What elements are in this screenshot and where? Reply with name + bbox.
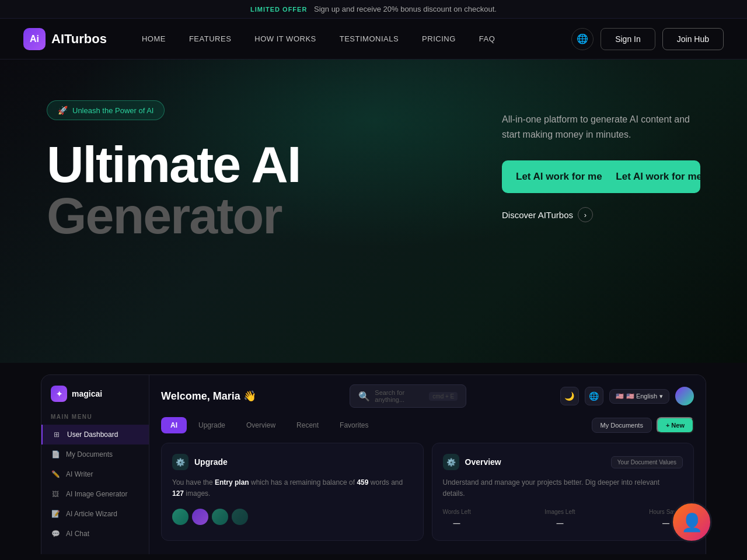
tabs-left: AI Upgrade Overview Recent Favorites <box>161 417 378 433</box>
top-banner: LIMITED OFFER Sign up and receive 20% bo… <box>0 0 747 19</box>
sidebar-item-user-dashboard[interactable]: ⊞ User Dashboard <box>41 425 149 444</box>
words-left-value: — <box>443 518 471 529</box>
sidebar-menu-label: MAIN MENU <box>41 414 149 425</box>
upgrade-icon: ⚙️ <box>172 454 189 470</box>
dot-2 <box>192 509 208 525</box>
my-documents-button[interactable]: My Documents <box>592 418 652 433</box>
images-left-stat: Images Left — <box>544 508 575 529</box>
overview-stats: Words Left — Images Left — Hours Saved — <box>443 508 683 529</box>
floating-avatar: 👤 <box>671 502 712 542</box>
nav-links: HOME FEATURES HOW IT WORKS TESTIMONIALS … <box>142 34 571 43</box>
joinhub-button[interactable]: Join Hub <box>662 28 724 50</box>
dot-4 <box>232 509 248 525</box>
images-left-label: Images Left <box>544 508 575 517</box>
dashboard-preview: ✦ magicai MAIN MENU ⊞ User Dashboard 📄 M… <box>0 363 747 554</box>
cta-marquee-text: Let AI work for me Let AI work for me Le… <box>516 171 700 183</box>
document-values-button[interactable]: Your Document Values <box>611 456 683 468</box>
cta-button[interactable]: Let AI work for me Let AI work for me Le… <box>502 160 700 193</box>
tab-favorites[interactable]: Favorites <box>330 417 378 433</box>
sidebar-item-label: AI Writer <box>66 470 93 478</box>
chevron-right-icon: › <box>578 207 593 222</box>
language-selector[interactable]: 🇺🇸 🇺🇸 English ▾ <box>609 389 669 404</box>
sidebar-item-ai-writer[interactable]: ✏️ AI Writer <box>41 464 149 484</box>
banner-message: Sign up and receive 20% bonus discount o… <box>314 5 497 13</box>
overview-card: ⚙️ Overview Your Document Values Underst… <box>432 443 694 541</box>
sidebar-item-label: AI Chat <box>66 530 89 538</box>
search-shortcut: cmd + E <box>429 392 458 401</box>
upgrade-card-title: Upgrade <box>194 457 228 467</box>
dashboard-main: Welcome, Maria 👋 🔍 Search for anything..… <box>149 375 706 554</box>
ai-chat-icon: 💬 <box>51 529 60 538</box>
dashboard-icon: ⊞ <box>52 430 61 439</box>
sidebar-item-label: My Documents <box>66 450 113 459</box>
search-placeholder: Search for anything... <box>375 389 424 403</box>
dot-1 <box>172 509 189 525</box>
dot-3 <box>212 509 228 525</box>
sidebar-item-label: User Dashboard <box>67 430 118 439</box>
discover-link[interactable]: Discover AITurbos › <box>502 207 700 222</box>
discover-text: Discover AITurbos <box>502 210 573 220</box>
nav-features[interactable]: FEATURES <box>189 34 231 43</box>
documents-icon: 📄 <box>51 450 60 459</box>
nav-testimonials[interactable]: TESTIMONIALS <box>340 34 399 43</box>
sidebar-item-label: AI Article Wizard <box>66 510 117 518</box>
sidebar-item-my-documents[interactable]: 📄 My Documents <box>41 444 149 464</box>
sidebar-item-ai-article-wizard[interactable]: 📝 AI Article Wizard <box>41 504 149 524</box>
images-left-value: — <box>544 518 575 529</box>
flag-icon: 🇺🇸 <box>616 393 624 400</box>
ai-writer-icon: ✏️ <box>51 470 60 479</box>
sidebar-item-ai-image-generator[interactable]: 🖼 AI Image Generator <box>41 484 149 504</box>
hero-section: 🚀 Unleash the Power of AI Ultimate AI Ge… <box>0 60 747 363</box>
nav-how-it-works[interactable]: HOW IT WORKS <box>254 34 316 43</box>
tab-ai[interactable]: AI <box>161 417 187 433</box>
overview-card-body: Understand and manage your projects bett… <box>443 477 683 530</box>
upgrade-card: ⚙️ Upgrade You have the Entry plan which… <box>161 443 424 541</box>
dashboard-tabs: AI Upgrade Overview Recent Favorites My … <box>161 417 694 433</box>
tab-overview[interactable]: Overview <box>237 417 285 433</box>
search-bar[interactable]: 🔍 Search for anything... cmd + E <box>350 384 466 408</box>
overview-card-title-row: ⚙️ Overview <box>443 454 501 470</box>
avatar[interactable] <box>675 387 694 405</box>
nav-actions: 🌐 Sign In Join Hub <box>571 28 724 50</box>
tab-upgrade[interactable]: Upgrade <box>189 417 235 433</box>
dashboard-logo-text: magicai <box>72 389 102 398</box>
upgrade-card-title-row: ⚙️ Upgrade <box>172 454 228 470</box>
language-globe-button[interactable]: 🌐 <box>571 28 594 50</box>
globe-icon-button[interactable]: 🌐 <box>585 387 603 405</box>
words-left-stat: Words Left — <box>443 508 471 529</box>
welcome-message: Welcome, Maria 👋 <box>161 390 256 402</box>
limited-offer-label: LIMITED OFFER <box>250 6 307 13</box>
hero-badge-text: Unleash the Power of AI <box>72 106 153 115</box>
navbar: Ai AITurbos HOME FEATURES HOW IT WORKS T… <box>0 19 747 60</box>
hero-title: Ultimate AI Generator <box>47 139 490 242</box>
hero-title-line1: Ultimate AI <box>47 139 490 190</box>
nav-faq[interactable]: FAQ <box>479 34 495 43</box>
nav-home[interactable]: HOME <box>142 34 166 43</box>
overview-icon: ⚙️ <box>443 454 459 470</box>
header-actions: 🌙 🌐 🇺🇸 🇺🇸 English ▾ <box>560 387 694 405</box>
chevron-down-icon: ▾ <box>659 393 663 400</box>
new-button[interactable]: + New <box>657 417 694 433</box>
nav-pricing[interactable]: PRICING <box>422 34 456 43</box>
overview-card-header: ⚙️ Overview Your Document Values <box>443 454 683 470</box>
upgrade-card-header: ⚙️ Upgrade <box>172 454 413 470</box>
dashboard-header: Welcome, Maria 👋 🔍 Search for anything..… <box>161 384 694 408</box>
hero-title-line2: Generator <box>47 190 490 242</box>
signin-button[interactable]: Sign In <box>601 28 655 50</box>
tabs-actions: My Documents + New <box>592 417 694 433</box>
sidebar-item-ai-chat[interactable]: 💬 AI Chat <box>41 524 149 544</box>
image-generator-icon: 🖼 <box>51 489 60 499</box>
hero-badge: 🚀 Unleash the Power of AI <box>47 100 165 120</box>
sidebar-item-label: AI Image Generator <box>66 490 127 498</box>
tab-recent[interactable]: Recent <box>287 417 328 433</box>
progress-dots <box>172 509 413 525</box>
logo-text: AITurbos <box>51 32 107 47</box>
upgrade-card-body: You have the Entry plan which has a rema… <box>172 477 413 525</box>
dashboard-window: ✦ magicai MAIN MENU ⊞ User Dashboard 📄 M… <box>41 374 706 554</box>
dark-mode-toggle[interactable]: 🌙 <box>560 387 579 405</box>
logo-link[interactable]: Ai AITurbos <box>23 28 107 50</box>
dashboard-sidebar: ✦ magicai MAIN MENU ⊞ User Dashboard 📄 M… <box>41 375 149 554</box>
article-wizard-icon: 📝 <box>51 509 60 519</box>
overview-card-title: Overview <box>465 457 501 467</box>
search-icon: 🔍 <box>358 391 370 402</box>
